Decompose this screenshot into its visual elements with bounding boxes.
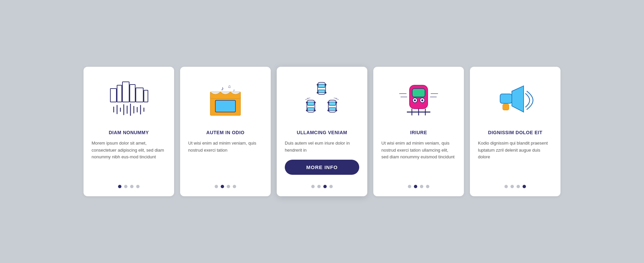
dot	[221, 185, 224, 188]
svg-point-25	[317, 84, 318, 86]
svg-text:♫: ♫	[228, 84, 231, 89]
svg-point-41	[327, 109, 329, 111]
svg-rect-63	[503, 104, 509, 110]
card-2: ♪ ♫ ♪ AUTEM IN ODIO Ut wisi enim ad mini…	[180, 67, 271, 197]
card-5-body: Kodio dignissim qui blandit praesent lup…	[478, 140, 552, 179]
svg-text:♪: ♪	[221, 86, 224, 91]
svg-point-27	[317, 92, 318, 93]
dot	[329, 185, 333, 188]
svg-rect-48	[412, 89, 425, 97]
card-1-body: Morem ipsum dolor sit amet, consectetuer…	[92, 140, 166, 179]
dot	[124, 185, 127, 188]
card-2-dots	[215, 185, 236, 188]
card-3: ULLAMCING VENIAM Duis autem vel eum iriu…	[277, 67, 367, 197]
card-4-body: Ut wisi enim ad minim veniam, quis nostr…	[381, 140, 456, 179]
svg-point-32	[306, 102, 308, 103]
svg-point-34	[306, 109, 308, 111]
card-3-title: ULLAMCING VENIAM	[297, 130, 347, 135]
dot	[136, 185, 140, 188]
dot	[130, 185, 133, 188]
svg-point-40	[335, 102, 337, 103]
svg-line-43	[305, 99, 309, 100]
dot	[311, 185, 315, 188]
traffic-icon	[299, 77, 345, 124]
dot	[323, 185, 327, 188]
card-5-title: DIGNISSIM DOLOE EIT	[488, 130, 542, 135]
svg-rect-0	[110, 89, 116, 102]
dot	[426, 185, 429, 188]
svg-rect-4	[136, 88, 143, 102]
svg-rect-3	[130, 85, 135, 102]
card-2-title: AUTEM IN ODIO	[206, 130, 245, 135]
dot	[233, 185, 236, 188]
svg-rect-1	[117, 85, 122, 102]
svg-rect-24	[318, 90, 325, 93]
cards-container: DIAM NONUMMY Morem ipsum dolor sit amet,…	[63, 53, 581, 210]
train-icon	[395, 77, 442, 124]
svg-point-33	[314, 102, 316, 103]
music-store-icon: ♪ ♫ ♪	[202, 77, 249, 124]
card-4-title: IRIURE	[410, 130, 427, 135]
svg-text:♪: ♪	[233, 88, 235, 92]
svg-marker-61	[512, 86, 524, 112]
dot	[227, 185, 230, 188]
card-5: DIGNISSIM DOLOE EIT Kodio dignissim qui …	[470, 67, 560, 197]
card-1: DIAM NONUMMY Morem ipsum dolor sit amet,…	[84, 67, 174, 197]
svg-line-44	[307, 98, 310, 98]
card-3-body: Duis autem vel eum iriure dolor in hendr…	[285, 140, 359, 154]
dot	[511, 185, 514, 188]
card-1-dots	[118, 185, 140, 188]
dot	[118, 185, 121, 188]
card-4-dots	[408, 185, 429, 188]
card-3-dots	[311, 185, 333, 188]
svg-rect-2	[122, 82, 129, 102]
svg-rect-37	[329, 102, 336, 105]
svg-line-46	[334, 98, 337, 98]
dot	[408, 185, 411, 188]
svg-point-39	[327, 102, 329, 103]
card-4: IRIURE Ut wisi enim ad minim veniam, qui…	[373, 67, 464, 197]
dot	[317, 185, 321, 188]
svg-line-45	[335, 99, 339, 100]
svg-rect-38	[329, 108, 336, 111]
svg-point-28	[325, 92, 326, 93]
svg-point-42	[335, 109, 337, 111]
dot	[523, 185, 526, 188]
svg-point-35	[314, 109, 316, 111]
megaphone-icon	[492, 77, 539, 124]
dot	[215, 185, 218, 188]
card-2-body: Ut wisi enim ad minim veniam, quis nostr…	[188, 140, 263, 179]
svg-rect-23	[318, 84, 325, 88]
svg-rect-30	[308, 102, 314, 105]
svg-rect-31	[308, 108, 314, 111]
svg-rect-5	[144, 90, 148, 102]
svg-point-26	[325, 84, 326, 86]
svg-point-51	[414, 99, 416, 101]
svg-point-52	[421, 99, 423, 101]
dot	[414, 185, 417, 188]
card-1-title: DIAM NONUMMY	[109, 130, 149, 135]
card-5-dots	[504, 185, 526, 188]
dot	[504, 185, 508, 188]
more-info-button[interactable]: MORE INFO	[285, 160, 359, 175]
city-sound-icon	[105, 77, 152, 124]
dot	[420, 185, 423, 188]
svg-rect-18	[215, 100, 235, 112]
svg-rect-62	[500, 94, 512, 103]
dot	[517, 185, 520, 188]
